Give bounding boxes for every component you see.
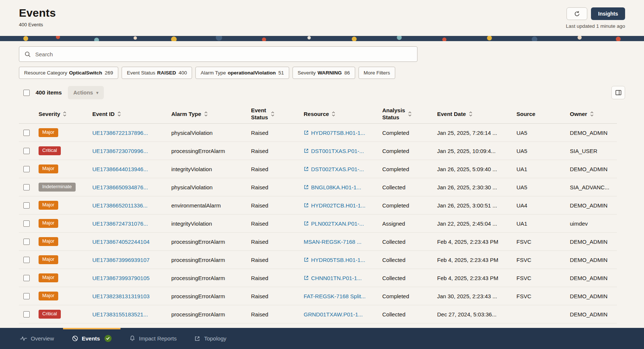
table-row: MajorUE17386724731076...integrityViolati…	[19, 215, 617, 233]
row-checkbox[interactable]	[23, 202, 30, 209]
column-header-label: Source	[516, 111, 535, 117]
filter-chip[interactable]: More Filters	[359, 67, 395, 79]
resource-link[interactable]: FAT-REGSK-7168 Split...	[304, 293, 366, 299]
row-checkbox[interactable]	[23, 257, 30, 263]
tab-topology[interactable]: Topology	[185, 328, 235, 349]
tab-label: Events	[82, 335, 100, 342]
event-id-link[interactable]: UE17386650934876...	[92, 184, 148, 190]
row-checkbox[interactable]	[23, 220, 30, 227]
event-id-link[interactable]: UE1738673993790105	[92, 275, 149, 281]
column-header[interactable]: Resource	[304, 111, 382, 117]
severity-badge: Major	[39, 255, 58, 264]
event-id-link[interactable]: UE17386722137896...	[92, 130, 148, 136]
analysis-status-cell: Collected	[382, 257, 437, 263]
alarm-type-cell: environmentalAlarm	[171, 202, 251, 209]
event-id-link[interactable]: UE17386652011336...	[92, 202, 148, 209]
event-id-link[interactable]: UE1738674052244104	[92, 239, 149, 245]
row-checkbox[interactable]	[23, 148, 30, 154]
filter-chip[interactable]: Alarm TypeoperationalViolation51	[195, 67, 289, 79]
source-cell: FSVC	[516, 239, 570, 245]
event-status-cell: Raised	[251, 311, 304, 318]
alarm-type-cell: processingErrorAlarm	[171, 293, 251, 299]
resource-link[interactable]: CHNN01TN.P01-1...	[311, 275, 362, 281]
owner-cell: DEMO_ADMIN	[570, 275, 617, 281]
resource-link[interactable]: PLN002TXAN.P01-...	[311, 220, 364, 227]
resource-link[interactable]: HYDR02TCB.H01-1...	[311, 202, 366, 209]
resource-link[interactable]: GRND01TXAW.P01-1...	[304, 311, 363, 318]
event-id-link[interactable]: UE1738238131319103	[92, 293, 149, 299]
row-checkbox[interactable]	[23, 275, 30, 281]
event-id-cell: UE1738238131319103	[92, 293, 171, 299]
row-checkbox[interactable]	[23, 166, 30, 172]
tab-events[interactable]: Events	[63, 328, 120, 349]
column-header[interactable]: Event Status	[251, 107, 304, 121]
severity-cell: Critical	[39, 146, 92, 155]
column-header[interactable]: Event ID	[92, 111, 171, 117]
event-id-link[interactable]: UE17386723070996...	[92, 148, 148, 154]
sort-icon[interactable]	[331, 111, 336, 117]
resource-link[interactable]: DST002TXAS.P01-...	[311, 166, 364, 172]
column-header[interactable]: Alarm Type	[171, 111, 251, 117]
event-date-cell: Feb 4, 2025, 2:23:43 PM	[437, 257, 516, 263]
row-checkbox[interactable]	[23, 184, 30, 190]
sort-icon[interactable]	[63, 111, 67, 117]
tab-overview[interactable]: Overview	[11, 328, 63, 349]
event-id-link[interactable]: UE1738673996939107	[92, 257, 149, 263]
tab-impact-reports[interactable]: Impact Reports	[120, 328, 186, 349]
refresh-button[interactable]	[567, 7, 587, 20]
event-status-cell: Raised	[251, 220, 304, 227]
event-id-cell: UE1738674052244104	[92, 239, 171, 245]
filter-chip[interactable]: Resource CategoryOpticalSwitch269	[19, 67, 118, 79]
analysis-status-cell: Completed	[382, 293, 437, 299]
resource-link[interactable]: HYDR07TSB.H01-1...	[311, 130, 365, 136]
filter-chip[interactable]: SeverityWARNING86	[293, 67, 355, 79]
search-input[interactable]	[34, 51, 412, 58]
sort-icon[interactable]	[271, 111, 275, 117]
row-checkbox[interactable]	[23, 293, 30, 299]
row-checkbox[interactable]	[23, 130, 30, 136]
event-status-cell: Raised	[251, 239, 304, 245]
sort-icon[interactable]	[469, 111, 473, 117]
resource-link[interactable]: MSAN-REGSK-7168 ...	[304, 239, 361, 245]
event-id-link[interactable]: UE17386724731076...	[92, 220, 148, 227]
severity-cell: Major	[39, 255, 92, 264]
column-header[interactable]: Owner	[570, 111, 617, 117]
resource-link[interactable]: BNGL08KA.H01-1...	[311, 184, 361, 190]
column-header[interactable]: Analysis Status	[382, 107, 437, 121]
source-cell: FSVC	[516, 275, 570, 281]
column-layout-button[interactable]	[611, 86, 625, 99]
event-id-link[interactable]: UE17386644013946...	[92, 166, 148, 172]
page-header: Events 400 Events Insights Last updated …	[0, 0, 644, 36]
event-id-link[interactable]: UE17383155183521...	[92, 311, 148, 318]
event-id-cell: UE17386644013946...	[92, 166, 171, 172]
chevron-down-icon: ▾	[96, 91, 99, 95]
filter-chip[interactable]: Event StatusRAISED400	[122, 67, 192, 79]
row-checkbox[interactable]	[23, 239, 30, 245]
severity-badge: Major	[39, 201, 58, 209]
search-icon	[24, 51, 31, 57]
select-all-checkbox[interactable]	[23, 90, 30, 96]
resource-cell: HYDR02TCB.H01-1...	[304, 202, 382, 209]
column-header[interactable]: Severity	[39, 111, 92, 117]
severity-cell: Major	[39, 164, 92, 173]
column-header-label: Event ID	[92, 111, 115, 117]
event-date-cell: Jan 26, 2025, 5:09:40 ...	[437, 166, 516, 172]
insights-button[interactable]: Insights	[591, 7, 625, 20]
external-link-icon	[304, 130, 309, 135]
owner-cell: DEMO_ADMIN	[570, 202, 617, 209]
actions-button[interactable]: Actions ▾	[68, 86, 104, 99]
column-header[interactable]: Source	[516, 111, 570, 117]
sort-icon[interactable]	[204, 111, 208, 117]
column-header[interactable]: Event Date	[437, 111, 516, 117]
resource-link[interactable]: HYDR05TSB.H01-1...	[311, 257, 365, 263]
sort-icon[interactable]	[117, 111, 121, 117]
resource-link[interactable]: DST001TXAS.P01-...	[311, 148, 364, 154]
table-row: CriticalUE17383155183521...processingErr…	[19, 305, 617, 323]
header-actions: Insights Last updated 1 minute ago	[566, 7, 625, 29]
row-checkbox-cell	[19, 166, 39, 172]
sort-icon[interactable]	[590, 111, 594, 117]
owner-cell: SIA_USER	[570, 148, 617, 154]
sort-icon[interactable]	[408, 111, 412, 117]
row-checkbox[interactable]	[23, 311, 30, 318]
alarm-type-cell: integrityViolation	[171, 166, 251, 172]
